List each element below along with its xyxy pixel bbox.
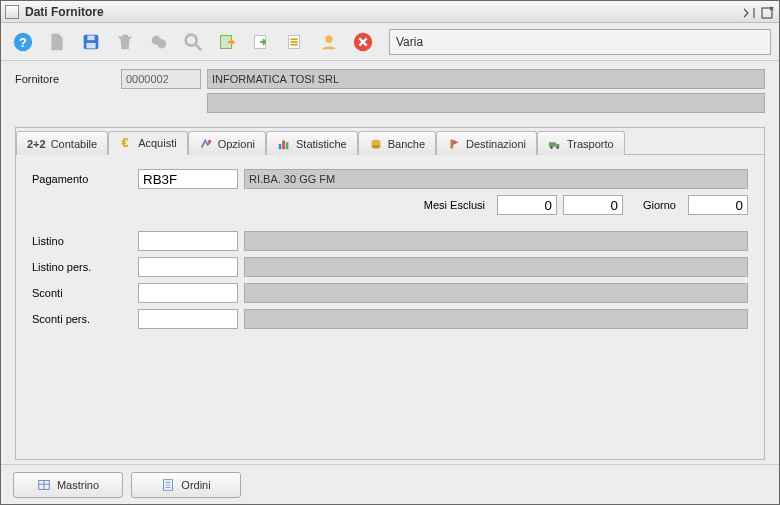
svg-point-29 — [550, 146, 553, 149]
delete-button[interactable] — [111, 28, 139, 56]
ordini-label: Ordini — [181, 479, 210, 491]
window-maximize-icon[interactable] — [759, 5, 775, 19]
list-button[interactable] — [281, 28, 309, 56]
svg-rect-5 — [86, 42, 95, 47]
listino-pers-desc — [244, 257, 748, 277]
tab-acquisti[interactable]: € Acquisti — [108, 131, 188, 155]
footer: Mastrino Ordini — [1, 464, 779, 504]
search-button[interactable] — [179, 28, 207, 56]
tab-content-acquisti: Pagamento RI.BA. 30 GG FM Mesi Esclusi G… — [16, 155, 764, 459]
svg-point-8 — [186, 34, 197, 45]
window-title: Dati Fornitore — [25, 5, 741, 19]
svg-rect-4 — [87, 35, 94, 40]
mese2-input[interactable] — [563, 195, 623, 215]
pagamento-label: Pagamento — [32, 173, 132, 185]
fornitore-code: 0000002 — [121, 69, 201, 89]
svg-text:?: ? — [19, 34, 27, 49]
sconti-pers-desc — [244, 309, 748, 329]
tab-label: Trasporto — [567, 138, 614, 150]
mese1-input[interactable] — [497, 195, 557, 215]
tab-label: Statistiche — [296, 138, 347, 150]
tab-trasporto[interactable]: Trasporto — [537, 131, 625, 155]
svg-line-9 — [196, 44, 202, 50]
svg-point-30 — [556, 146, 559, 149]
listino-input[interactable] — [138, 231, 238, 251]
window-minimize-icon[interactable] — [741, 5, 757, 19]
tab-label: Opzioni — [218, 138, 255, 150]
mastrino-button[interactable]: Mastrino — [13, 472, 123, 498]
sconti-desc — [244, 283, 748, 303]
titlebar: Dati Fornitore — [1, 1, 779, 23]
toolbar-text-input[interactable] — [389, 29, 771, 55]
sconti-input[interactable] — [138, 283, 238, 303]
svg-point-25 — [371, 144, 380, 148]
tabs-container: 2+2 2+2 Contabile Contabile € Acquisti O… — [15, 127, 765, 460]
svg-rect-20 — [279, 144, 282, 149]
tab-banche[interactable]: Banche — [358, 131, 436, 155]
svg-rect-27 — [549, 142, 556, 146]
sconti-pers-input[interactable] — [138, 309, 238, 329]
listino-pers-label: Listino pers. — [32, 261, 132, 273]
svg-point-19 — [207, 139, 211, 143]
svg-rect-21 — [282, 140, 285, 149]
sconti-label: Sconti — [32, 287, 132, 299]
listino-desc — [244, 231, 748, 251]
close-button[interactable] — [349, 28, 377, 56]
content: Fornitore 0000002 INFORMATICA TOSI SRL 2… — [1, 61, 779, 464]
print-button[interactable] — [145, 28, 173, 56]
giorno-input[interactable] — [688, 195, 748, 215]
listino-label: Listino — [32, 235, 132, 247]
app-icon — [5, 5, 19, 19]
fornitore-name: INFORMATICA TOSI SRL — [207, 69, 765, 89]
new-button[interactable] — [43, 28, 71, 56]
fornitore-label: Fornitore — [15, 73, 115, 85]
svg-text:€: € — [122, 136, 129, 150]
sconti-pers-label: Sconti pers. — [32, 313, 132, 325]
svg-rect-26 — [451, 139, 454, 148]
listino-pers-input[interactable] — [138, 257, 238, 277]
giorno-label: Giorno — [643, 199, 676, 211]
tab-contabile[interactable]: 2+2 2+2 Contabile Contabile — [16, 131, 108, 155]
toolbar: ? — [1, 23, 779, 61]
tab-opzioni[interactable]: Opzioni — [188, 131, 266, 155]
tab-destinazioni[interactable]: Destinazioni — [436, 131, 537, 155]
save-button[interactable] — [77, 28, 105, 56]
tab-statistiche[interactable]: Statistiche — [266, 131, 358, 155]
svg-point-7 — [157, 39, 166, 48]
user-button[interactable] — [315, 28, 343, 56]
fornitore-extra — [207, 93, 765, 113]
window: Dati Fornitore ? — [0, 0, 780, 505]
ordini-button[interactable]: Ordini — [131, 472, 241, 498]
tab-label: Destinazioni — [466, 138, 526, 150]
export-button[interactable] — [247, 28, 275, 56]
svg-point-16 — [325, 35, 332, 42]
pagamento-desc: RI.BA. 30 GG FM — [244, 169, 748, 189]
tab-label: Banche — [388, 138, 425, 150]
import-button[interactable] — [213, 28, 241, 56]
mastrino-label: Mastrino — [57, 479, 99, 491]
mesi-esclusi-label: Mesi Esclusi — [424, 199, 485, 211]
tabbar: 2+2 2+2 Contabile Contabile € Acquisti O… — [16, 128, 764, 155]
tab-label: Acquisti — [138, 137, 177, 149]
help-button[interactable]: ? — [9, 28, 37, 56]
pagamento-code-input[interactable] — [138, 169, 238, 189]
svg-rect-22 — [286, 142, 289, 149]
